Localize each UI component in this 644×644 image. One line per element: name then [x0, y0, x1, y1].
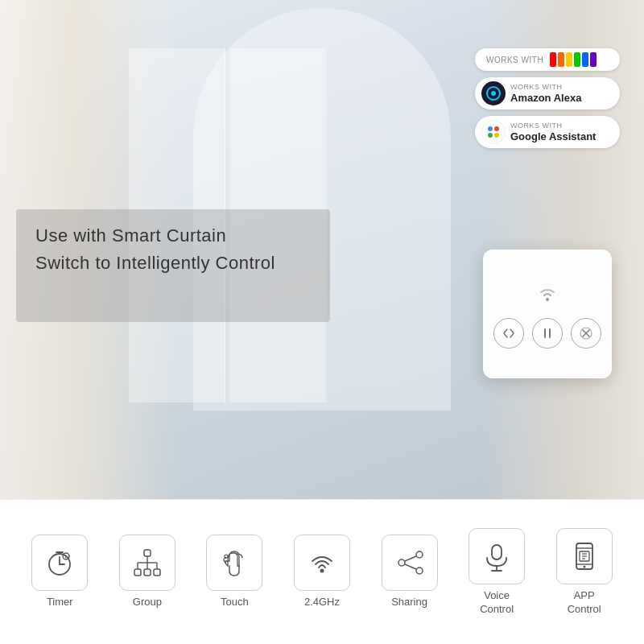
wifi-icon	[306, 547, 338, 579]
wifi-icon-box	[294, 535, 350, 591]
alexa-text: WORKS WITH Amazon Alexa	[510, 83, 581, 104]
alexa-works-label: WORKS WITH	[510, 83, 581, 92]
sharing-icon-box	[382, 535, 438, 591]
wifi-label: 2.4GHz	[304, 596, 340, 609]
svg-point-38	[583, 565, 585, 568]
device-wifi-icon	[536, 286, 559, 307]
alexa-icon	[481, 81, 506, 105]
svg-text:+: +	[64, 555, 68, 559]
feature-voice: Voice Control	[464, 528, 529, 617]
google-works-label: WORKS WITH	[510, 122, 596, 130]
feature-sharing: Sharing	[378, 535, 442, 609]
sharing-icon	[394, 547, 426, 579]
svg-point-21	[225, 555, 228, 558]
touch-icon	[218, 547, 250, 579]
ifttt-badge: WORKS WITH	[475, 48, 620, 71]
alexa-name: Amazon Alexa	[510, 92, 581, 105]
svg-line-26	[405, 556, 416, 561]
voice-label: Voice Control	[480, 589, 514, 617]
svg-point-23	[416, 551, 423, 558]
voice-icon-box	[469, 528, 525, 584]
device-pause-btn[interactable]	[532, 318, 563, 349]
device-close-btn[interactable]	[571, 318, 601, 349]
svg-rect-28	[492, 545, 502, 559]
ifttt-logo	[550, 52, 597, 67]
svg-rect-13	[134, 569, 141, 576]
google-name: Google Assistant	[510, 130, 596, 143]
google-dots	[488, 126, 499, 138]
feature-app: APP Control	[552, 528, 617, 617]
overlay-line2: Switch to Intelligently Control	[35, 253, 311, 274]
group-label: Group	[133, 596, 162, 609]
timer-icon: +	[43, 547, 76, 579]
smart-switch-device	[483, 250, 612, 378]
app-icon	[568, 540, 601, 572]
google-icon	[481, 120, 506, 144]
svg-point-24	[398, 559, 405, 566]
ifttt-works-with: WORKS WITH	[486, 56, 543, 64]
svg-point-0	[546, 298, 549, 301]
touch-icon-box	[206, 535, 262, 591]
feature-timer: + Timer	[27, 535, 92, 609]
svg-point-25	[416, 568, 423, 574]
svg-rect-15	[154, 569, 160, 576]
group-icon-box	[119, 535, 175, 591]
sharing-label: Sharing	[391, 596, 427, 609]
svg-point-22	[320, 569, 324, 573]
app-label: APP Control	[568, 589, 601, 617]
svg-rect-12	[144, 550, 151, 556]
overlay-line1: Use with Smart Curtain	[35, 225, 311, 246]
google-badge: WORKS WITH Google Assistant	[475, 116, 620, 148]
device-open-btn[interactable]	[493, 318, 524, 349]
feature-wifi: 2.4GHz	[290, 535, 354, 609]
app-icon-box	[556, 528, 613, 584]
svg-rect-14	[144, 569, 151, 576]
google-text: WORKS WITH Google Assistant	[510, 122, 596, 142]
svg-line-27	[405, 564, 416, 569]
touch-label: Touch	[221, 596, 249, 609]
timer-icon-box: +	[31, 535, 88, 591]
hero-image: Use with Smart Curtain Switch to Intelli…	[0, 0, 644, 499]
badges-container: WORKS WITH WORKS WITH Amazon Alexa	[475, 48, 620, 148]
timer-label: Timer	[47, 596, 73, 609]
feature-touch: Touch	[202, 535, 266, 609]
device-buttons	[493, 318, 601, 349]
voice-icon	[481, 540, 513, 572]
alexa-badge: WORKS WITH Amazon Alexa	[475, 77, 620, 109]
group-icon	[131, 547, 163, 579]
feature-group: Group	[115, 535, 180, 609]
features-bar: + Timer Group	[0, 499, 644, 644]
text-overlay: Use with Smart Curtain Switch to Intelli…	[16, 209, 330, 322]
